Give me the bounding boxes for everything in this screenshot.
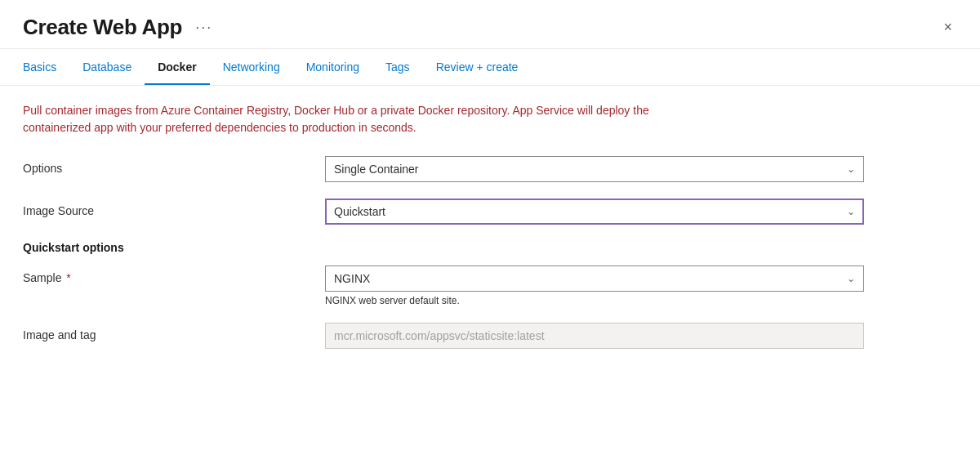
tabs-container: Basics Database Docker Networking Monito… [0, 49, 980, 86]
image-tag-control: mcr.microsoft.com/appsvc/staticsite:late… [325, 323, 864, 349]
image-tag-label: Image and tag [23, 323, 325, 341]
sample-chevron-icon: ⌄ [847, 273, 855, 284]
image-source-dropdown[interactable]: Quickstart ⌄ [325, 199, 864, 225]
tab-database[interactable]: Database [69, 49, 145, 85]
quickstart-section-header: Quickstart options [23, 241, 957, 254]
tab-tags[interactable]: Tags [372, 49, 423, 85]
image-tag-placeholder: mcr.microsoft.com/appsvc/staticsite:late… [334, 329, 545, 342]
close-button[interactable]: × [938, 16, 957, 39]
image-source-row: Image Source Quickstart ⌄ [23, 199, 957, 225]
options-row: Options Single Container ⌄ [23, 156, 957, 182]
image-source-label: Image Source [23, 199, 325, 217]
content-area: Pull container images from Azure Contain… [0, 86, 980, 385]
close-icon: × [943, 19, 952, 36]
options-value: Single Container [334, 163, 419, 176]
description-text: Pull container images from Azure Contain… [23, 102, 693, 136]
options-control: Single Container ⌄ [325, 156, 864, 182]
header: Create Web App ··· × [0, 0, 980, 49]
image-source-value: Quickstart [334, 205, 385, 218]
sample-label: Sample * [23, 266, 325, 284]
header-ellipsis[interactable]: ··· [192, 17, 216, 38]
sample-row: Sample * NGINX ⌄ NGINX web server defaul… [23, 266, 957, 306]
sample-value: NGINX [334, 272, 370, 285]
image-source-chevron-icon: ⌄ [847, 206, 855, 217]
header-left: Create Web App ··· [23, 15, 216, 40]
sample-helper-text: NGINX web server default site. [325, 295, 864, 306]
image-tag-input: mcr.microsoft.com/appsvc/staticsite:late… [325, 323, 864, 349]
image-tag-row: Image and tag mcr.microsoft.com/appsvc/s… [23, 323, 957, 349]
tab-basics[interactable]: Basics [23, 49, 69, 85]
tab-networking[interactable]: Networking [210, 49, 293, 85]
sample-dropdown[interactable]: NGINX ⌄ [325, 266, 864, 292]
tab-docker[interactable]: Docker [145, 49, 209, 85]
options-label: Options [23, 156, 325, 175]
tab-monitoring[interactable]: Monitoring [293, 49, 372, 85]
image-source-control: Quickstart ⌄ [325, 199, 864, 225]
options-dropdown[interactable]: Single Container ⌄ [325, 156, 864, 182]
options-chevron-icon: ⌄ [847, 163, 855, 175]
page-container: Create Web App ··· × Basics Database Doc… [0, 0, 980, 473]
tab-review-create[interactable]: Review + create [423, 49, 532, 85]
sample-control: NGINX ⌄ NGINX web server default site. [325, 266, 864, 306]
sample-required-marker: * [63, 271, 70, 284]
page-title: Create Web App [23, 15, 182, 40]
